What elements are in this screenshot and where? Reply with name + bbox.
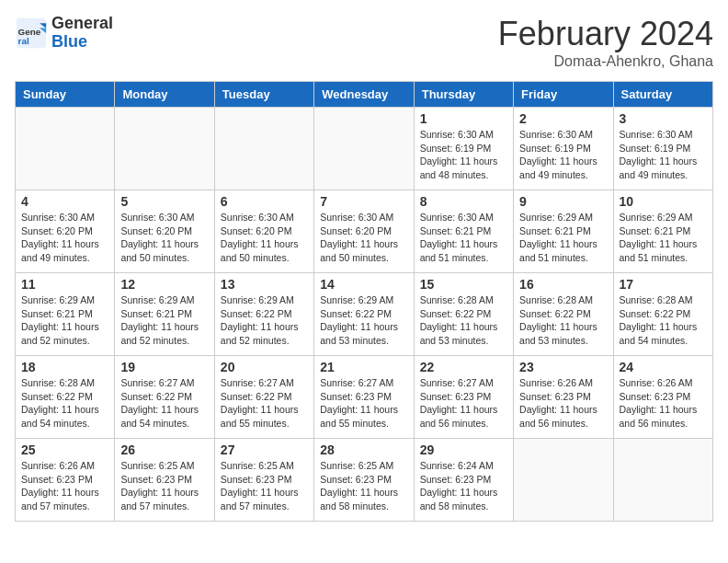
calendar-cell: 23Sunrise: 6:26 AM Sunset: 6:23 PM Dayli… bbox=[514, 356, 613, 439]
month-title: February 2024 bbox=[498, 15, 713, 53]
day-header-saturday: Saturday bbox=[613, 82, 712, 108]
calendar-cell: 22Sunrise: 6:27 AM Sunset: 6:23 PM Dayli… bbox=[414, 356, 513, 439]
week-row-5: 25Sunrise: 6:26 AM Sunset: 6:23 PM Dayli… bbox=[16, 439, 713, 522]
day-info: Sunrise: 6:30 AM Sunset: 6:19 PM Dayligh… bbox=[620, 128, 707, 182]
day-number: 11 bbox=[21, 277, 108, 292]
calendar-cell bbox=[613, 439, 712, 522]
calendar-header: SundayMondayTuesdayWednesdayThursdayFrid… bbox=[16, 82, 713, 108]
calendar-cell bbox=[214, 108, 313, 190]
day-number: 16 bbox=[519, 277, 607, 292]
calendar-cell: 6Sunrise: 6:30 AM Sunset: 6:20 PM Daylig… bbox=[214, 190, 313, 273]
calendar-cell: 13Sunrise: 6:29 AM Sunset: 6:22 PM Dayli… bbox=[214, 273, 313, 356]
calendar-cell bbox=[314, 108, 414, 190]
day-number: 6 bbox=[221, 194, 308, 209]
day-info: Sunrise: 6:25 AM Sunset: 6:23 PM Dayligh… bbox=[320, 459, 407, 513]
calendar-cell: 21Sunrise: 6:27 AM Sunset: 6:23 PM Dayli… bbox=[314, 356, 414, 439]
day-info: Sunrise: 6:29 AM Sunset: 6:21 PM Dayligh… bbox=[21, 293, 108, 348]
calendar-cell bbox=[115, 108, 214, 190]
calendar-cell: 9Sunrise: 6:29 AM Sunset: 6:21 PM Daylig… bbox=[514, 190, 613, 273]
calendar-cell: 12Sunrise: 6:29 AM Sunset: 6:21 PM Dayli… bbox=[115, 273, 214, 356]
day-info: Sunrise: 6:27 AM Sunset: 6:22 PM Dayligh… bbox=[120, 376, 208, 431]
day-info: Sunrise: 6:29 AM Sunset: 6:21 PM Dayligh… bbox=[519, 211, 607, 265]
day-number: 15 bbox=[420, 277, 507, 292]
day-number: 1 bbox=[420, 111, 507, 126]
calendar-cell bbox=[16, 108, 115, 190]
day-header-sunday: Sunday bbox=[16, 82, 115, 108]
day-info: Sunrise: 6:25 AM Sunset: 6:23 PM Dayligh… bbox=[221, 459, 308, 513]
day-number: 7 bbox=[320, 194, 407, 209]
day-number: 19 bbox=[120, 360, 208, 374]
day-number: 23 bbox=[519, 360, 607, 374]
logo-blue-text: Blue bbox=[51, 33, 113, 52]
day-number: 22 bbox=[420, 360, 507, 374]
day-info: Sunrise: 6:28 AM Sunset: 6:22 PM Dayligh… bbox=[21, 376, 108, 431]
day-number: 12 bbox=[120, 277, 208, 292]
day-info: Sunrise: 6:30 AM Sunset: 6:20 PM Dayligh… bbox=[320, 211, 407, 265]
day-info: Sunrise: 6:30 AM Sunset: 6:21 PM Dayligh… bbox=[420, 211, 507, 265]
week-row-1: 1Sunrise: 6:30 AM Sunset: 6:19 PM Daylig… bbox=[16, 108, 713, 190]
day-info: Sunrise: 6:30 AM Sunset: 6:20 PM Dayligh… bbox=[120, 211, 208, 265]
header: Gene ral General Blue February 2024 Doma… bbox=[15, 15, 713, 70]
calendar-cell: 27Sunrise: 6:25 AM Sunset: 6:23 PM Dayli… bbox=[214, 439, 313, 522]
day-info: Sunrise: 6:30 AM Sunset: 6:19 PM Dayligh… bbox=[420, 128, 507, 182]
calendar-cell: 24Sunrise: 6:26 AM Sunset: 6:23 PM Dayli… bbox=[613, 356, 712, 439]
calendar-cell: 4Sunrise: 6:30 AM Sunset: 6:20 PM Daylig… bbox=[16, 190, 115, 273]
calendar-cell: 5Sunrise: 6:30 AM Sunset: 6:20 PM Daylig… bbox=[115, 190, 214, 273]
logo-general-text: General bbox=[51, 15, 113, 33]
day-info: Sunrise: 6:26 AM Sunset: 6:23 PM Dayligh… bbox=[21, 459, 108, 513]
week-row-3: 11Sunrise: 6:29 AM Sunset: 6:21 PM Dayli… bbox=[16, 273, 713, 356]
calendar-cell: 14Sunrise: 6:29 AM Sunset: 6:22 PM Dayli… bbox=[314, 273, 414, 356]
day-info: Sunrise: 6:28 AM Sunset: 6:22 PM Dayligh… bbox=[620, 293, 707, 348]
day-info: Sunrise: 6:29 AM Sunset: 6:21 PM Dayligh… bbox=[620, 211, 707, 265]
day-number: 2 bbox=[519, 111, 607, 126]
day-number: 28 bbox=[320, 442, 407, 457]
day-info: Sunrise: 6:26 AM Sunset: 6:23 PM Dayligh… bbox=[519, 376, 607, 431]
calendar-cell: 2Sunrise: 6:30 AM Sunset: 6:19 PM Daylig… bbox=[514, 108, 613, 190]
day-number: 29 bbox=[420, 442, 507, 457]
calendar-cell: 16Sunrise: 6:28 AM Sunset: 6:22 PM Dayli… bbox=[514, 273, 613, 356]
day-info: Sunrise: 6:27 AM Sunset: 6:23 PM Dayligh… bbox=[420, 376, 507, 431]
day-number: 14 bbox=[320, 277, 407, 292]
day-info: Sunrise: 6:30 AM Sunset: 6:20 PM Dayligh… bbox=[21, 211, 108, 265]
calendar-cell: 26Sunrise: 6:25 AM Sunset: 6:23 PM Dayli… bbox=[115, 439, 214, 522]
day-info: Sunrise: 6:26 AM Sunset: 6:23 PM Dayligh… bbox=[620, 376, 707, 431]
day-header-tuesday: Tuesday bbox=[214, 82, 313, 108]
calendar-cell: 1Sunrise: 6:30 AM Sunset: 6:19 PM Daylig… bbox=[414, 108, 513, 190]
calendar-cell: 20Sunrise: 6:27 AM Sunset: 6:22 PM Dayli… bbox=[214, 356, 313, 439]
calendar-cell: 3Sunrise: 6:30 AM Sunset: 6:19 PM Daylig… bbox=[613, 108, 712, 190]
day-info: Sunrise: 6:28 AM Sunset: 6:22 PM Dayligh… bbox=[519, 293, 607, 348]
calendar-cell: 29Sunrise: 6:24 AM Sunset: 6:23 PM Dayli… bbox=[414, 439, 513, 522]
calendar-cell: 7Sunrise: 6:30 AM Sunset: 6:20 PM Daylig… bbox=[314, 190, 414, 273]
calendar-cell: 19Sunrise: 6:27 AM Sunset: 6:22 PM Dayli… bbox=[115, 356, 214, 439]
day-info: Sunrise: 6:27 AM Sunset: 6:23 PM Dayligh… bbox=[320, 376, 407, 431]
day-info: Sunrise: 6:30 AM Sunset: 6:19 PM Dayligh… bbox=[519, 128, 607, 182]
day-number: 21 bbox=[320, 360, 407, 374]
title-area: February 2024 Domaa-Ahenkro, Ghana bbox=[498, 15, 713, 70]
day-number: 4 bbox=[21, 194, 108, 209]
calendar-cell: 28Sunrise: 6:25 AM Sunset: 6:23 PM Dayli… bbox=[314, 439, 414, 522]
calendar-body: 1Sunrise: 6:30 AM Sunset: 6:19 PM Daylig… bbox=[16, 108, 713, 522]
day-info: Sunrise: 6:29 AM Sunset: 6:21 PM Dayligh… bbox=[120, 293, 208, 348]
week-row-4: 18Sunrise: 6:28 AM Sunset: 6:22 PM Dayli… bbox=[16, 356, 713, 439]
day-header-monday: Monday bbox=[115, 82, 214, 108]
day-number: 20 bbox=[221, 360, 308, 374]
calendar-cell: 25Sunrise: 6:26 AM Sunset: 6:23 PM Dayli… bbox=[16, 439, 115, 522]
day-number: 26 bbox=[120, 442, 208, 457]
day-header-wednesday: Wednesday bbox=[314, 82, 414, 108]
day-number: 27 bbox=[221, 442, 308, 457]
calendar-cell: 15Sunrise: 6:28 AM Sunset: 6:22 PM Dayli… bbox=[414, 273, 513, 356]
day-number: 5 bbox=[120, 194, 208, 209]
logo-icon: Gene ral bbox=[15, 17, 48, 50]
calendar-cell: 11Sunrise: 6:29 AM Sunset: 6:21 PM Dayli… bbox=[16, 273, 115, 356]
day-number: 25 bbox=[21, 442, 108, 457]
day-info: Sunrise: 6:27 AM Sunset: 6:22 PM Dayligh… bbox=[221, 376, 308, 431]
day-info: Sunrise: 6:24 AM Sunset: 6:23 PM Dayligh… bbox=[420, 459, 507, 513]
day-header-thursday: Thursday bbox=[414, 82, 513, 108]
day-info: Sunrise: 6:29 AM Sunset: 6:22 PM Dayligh… bbox=[320, 293, 407, 348]
day-number: 3 bbox=[620, 111, 707, 126]
calendar-cell: 10Sunrise: 6:29 AM Sunset: 6:21 PM Dayli… bbox=[613, 190, 712, 273]
day-info: Sunrise: 6:30 AM Sunset: 6:20 PM Dayligh… bbox=[221, 211, 308, 265]
svg-text:ral: ral bbox=[18, 35, 29, 45]
day-number: 9 bbox=[519, 194, 607, 209]
logo-text: General Blue bbox=[51, 15, 113, 52]
